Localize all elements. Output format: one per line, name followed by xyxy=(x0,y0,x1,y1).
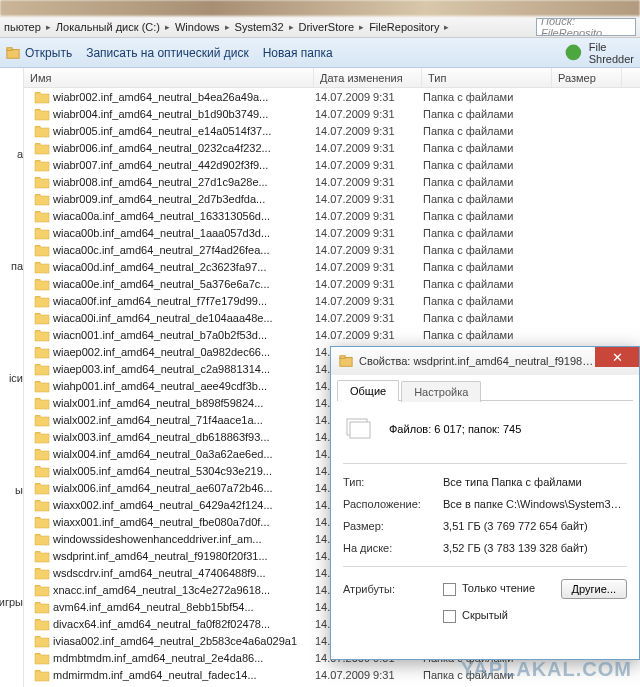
folder-icon xyxy=(34,447,50,461)
file-shredder-button[interactable]: File Shredder xyxy=(563,41,634,65)
folder-icon xyxy=(34,379,50,393)
file-name: wiaxx002.inf_amd64_neutral_6429a42f124..… xyxy=(53,499,315,511)
breadcrumb-item[interactable]: System32 xyxy=(235,21,299,33)
file-row[interactable]: wiaca00f.inf_amd64_neutral_f7f7e179d99..… xyxy=(24,292,640,309)
col-type[interactable]: Тип xyxy=(422,68,552,87)
file-name: wsdscdrv.inf_amd64_neutral_47406488f9... xyxy=(53,567,315,579)
folder-icon xyxy=(34,311,50,325)
open-button[interactable]: Открыть xyxy=(6,46,72,60)
folder-icon xyxy=(34,668,50,682)
sidebar-item-fragment[interactable]: іси xyxy=(9,372,23,384)
file-date: 14.07.2009 9:31 xyxy=(315,295,423,307)
folder-icon xyxy=(34,396,50,410)
properties-dialog: Свойства: wsdprint.inf_amd64_neutral_f91… xyxy=(330,346,640,660)
col-name[interactable]: Имя xyxy=(24,68,314,87)
folder-icon xyxy=(34,345,50,359)
file-row[interactable]: wiabr002.inf_amd64_neutral_b4ea26a49a...… xyxy=(24,88,640,105)
file-row[interactable]: wiabr004.inf_amd64_neutral_b1d90b3749...… xyxy=(24,105,640,122)
file-date: 14.07.2009 9:31 xyxy=(315,278,423,290)
file-name: wiaca00i.inf_amd64_neutral_de104aaa48e..… xyxy=(53,312,315,324)
new-folder-button[interactable]: Новая папка xyxy=(263,46,333,60)
file-row[interactable]: wiaca00c.inf_amd64_neutral_27f4ad26fea..… xyxy=(24,241,640,258)
folder-icon xyxy=(34,566,50,580)
file-row[interactable]: wiabr005.inf_amd64_neutral_e14a0514f37..… xyxy=(24,122,640,139)
file-name: wialx003.inf_amd64_neutral_db618863f93..… xyxy=(53,431,315,443)
col-date[interactable]: Дата изменения xyxy=(314,68,422,87)
tab-general[interactable]: Общие xyxy=(337,380,399,401)
file-name: mdmirmdm.inf_amd64_neutral_fadec14... xyxy=(53,669,315,681)
file-row[interactable]: wiaca00e.inf_amd64_neutral_5a376e6a7c...… xyxy=(24,275,640,292)
file-date: 14.07.2009 9:31 xyxy=(315,159,423,171)
file-row[interactable]: wiabr006.inf_amd64_neutral_0232ca4f232..… xyxy=(24,139,640,156)
file-type: Папка с файлами xyxy=(423,278,553,290)
file-row[interactable]: wiabr007.inf_amd64_neutral_442d902f3f9..… xyxy=(24,156,640,173)
search-input[interactable]: Поиск: FileReposito xyxy=(536,18,636,36)
file-date: 14.07.2009 9:31 xyxy=(315,193,423,205)
address-bar: пьютерЛокальный диск (C:)WindowsSystem32… xyxy=(0,16,640,38)
file-type: Папка с файлами xyxy=(423,227,553,239)
sidebar-item-fragment[interactable]: игры xyxy=(0,596,23,608)
file-name: wiaca00d.inf_amd64_neutral_2c3623fa97... xyxy=(53,261,315,273)
file-row[interactable]: wiabr009.inf_amd64_neutral_2d7b3edfda...… xyxy=(24,190,640,207)
open-icon xyxy=(6,46,20,60)
folder-icon xyxy=(34,175,50,189)
file-row[interactable]: mdmirmdm.inf_amd64_neutral_fadec14...14.… xyxy=(24,666,640,683)
file-row[interactable]: wiaca00b.inf_amd64_neutral_1aaa057d3d...… xyxy=(24,224,640,241)
folder-icon xyxy=(34,243,50,257)
file-name: wiaca00a.inf_amd64_neutral_163313056d... xyxy=(53,210,315,222)
file-name: wiaca00b.inf_amd64_neutral_1aaa057d3d... xyxy=(53,227,315,239)
toolbar: Открыть Записать на оптический диск Нова… xyxy=(0,38,640,68)
file-name: wialx002.inf_amd64_neutral_71f4aace1a... xyxy=(53,414,315,426)
file-row[interactable]: netrndis.inf_amd64_neutral_930f80de6cb..… xyxy=(24,683,640,687)
folder-icon xyxy=(34,209,50,223)
sidebar: aпaісиыигры⊿ния xyxy=(0,68,24,687)
file-name: wiabr007.inf_amd64_neutral_442d902f3f9..… xyxy=(53,159,315,171)
sidebar-item-fragment[interactable]: a xyxy=(17,148,23,160)
burn-button[interactable]: Записать на оптический диск xyxy=(86,46,249,60)
file-name: windowssideshowenhanceddriver.inf_am... xyxy=(53,533,315,545)
file-date: 14.07.2009 9:31 xyxy=(315,312,423,324)
folder-icon xyxy=(34,464,50,478)
breadcrumb-item[interactable]: DriverStore xyxy=(299,21,370,33)
file-name: wiaep003.inf_amd64_neutral_c2a9881314... xyxy=(53,363,315,375)
file-row[interactable]: wiaca00d.inf_amd64_neutral_2c3623fa97...… xyxy=(24,258,640,275)
properties-title: Свойства: wsdprint.inf_amd64_neutral_f91… xyxy=(359,355,595,367)
file-row[interactable]: wiacn001.inf_amd64_neutral_b7a0b2f53d...… xyxy=(24,326,640,343)
sidebar-item-fragment[interactable]: пa xyxy=(11,260,23,272)
file-type: Папка с файлами xyxy=(423,295,553,307)
file-date: 14.07.2009 9:31 xyxy=(315,142,423,154)
file-name: wiabr006.inf_amd64_neutral_0232ca4f232..… xyxy=(53,142,315,154)
hidden-checkbox[interactable] xyxy=(443,610,456,623)
breadcrumb-item[interactable]: FileRepository xyxy=(369,21,439,33)
folder-icon xyxy=(34,294,50,308)
sidebar-item-fragment[interactable]: ы xyxy=(15,484,23,496)
file-row[interactable]: wiaca00a.inf_amd64_neutral_163313056d...… xyxy=(24,207,640,224)
file-name: avm64.inf_amd64_neutral_8ebb15bf54... xyxy=(53,601,315,613)
file-date: 14.07.2009 9:31 xyxy=(315,125,423,137)
file-name: wiahp001.inf_amd64_neutral_aee49cdf3b... xyxy=(53,380,315,392)
folder-icon xyxy=(34,362,50,376)
folder-icon xyxy=(34,430,50,444)
breadcrumb-item[interactable]: Локальный диск (C:) xyxy=(56,21,175,33)
file-row[interactable]: wiaca00i.inf_amd64_neutral_de104aaa48e..… xyxy=(24,309,640,326)
folder-icon xyxy=(34,90,50,104)
breadcrumb-item[interactable]: пьютер xyxy=(4,21,56,33)
file-type: Папка с файлами xyxy=(423,193,553,205)
close-button[interactable]: ✕ xyxy=(595,347,639,367)
breadcrumbs[interactable]: пьютерЛокальный диск (C:)WindowsSystem32… xyxy=(4,21,526,33)
breadcrumb-chevron[interactable]: ▸ xyxy=(439,22,449,32)
file-name: wiaep002.inf_amd64_neutral_0a982dec66... xyxy=(53,346,315,358)
readonly-checkbox[interactable] xyxy=(443,583,456,596)
file-type: Папка с файлами xyxy=(423,261,553,273)
close-icon: ✕ xyxy=(612,350,623,365)
tab-settings[interactable]: Настройка xyxy=(401,381,481,402)
search-placeholder: Поиск: FileReposito xyxy=(541,18,631,36)
shredder-icon xyxy=(563,42,584,63)
file-name: wialx006.inf_amd64_neutral_ae607a72b46..… xyxy=(53,482,315,494)
file-date: 14.07.2009 9:31 xyxy=(315,210,423,222)
properties-titlebar[interactable]: Свойства: wsdprint.inf_amd64_neutral_f91… xyxy=(331,347,639,375)
file-row[interactable]: wiabr008.inf_amd64_neutral_27d1c9a28e...… xyxy=(24,173,640,190)
col-size[interactable]: Размер xyxy=(552,68,622,87)
breadcrumb-item[interactable]: Windows xyxy=(175,21,235,33)
other-attributes-button[interactable]: Другие... xyxy=(561,579,627,599)
